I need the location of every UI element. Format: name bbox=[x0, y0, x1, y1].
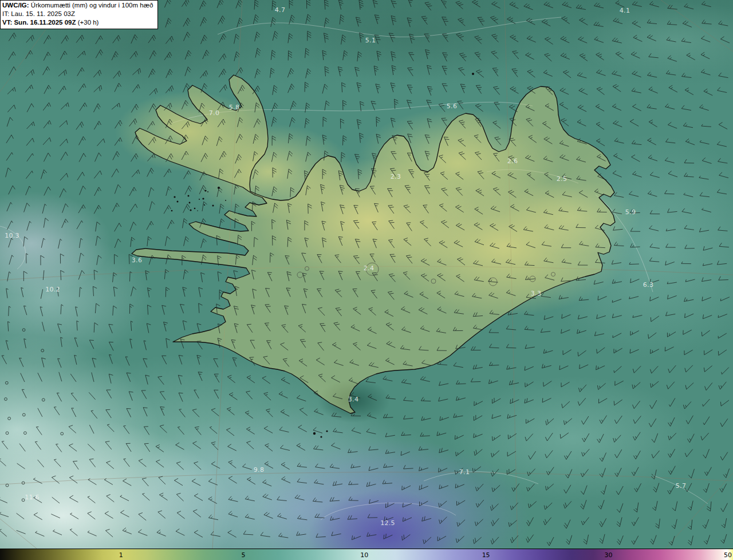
weather-map-figure: 4.74.15.15.87.05.62.62.52.35.910.33.62.4… bbox=[0, 0, 733, 560]
colorbar-tick-label: 1 bbox=[119, 551, 123, 558]
colorbar-tick-label: 50 bbox=[724, 551, 732, 558]
model-id-label: UWC/IG: bbox=[2, 2, 29, 9]
colorbar-tick-label: 15 bbox=[482, 551, 490, 558]
title-box: UWC/IG: Úrkomumætti (mm) og vindur i 100… bbox=[0, 0, 158, 29]
valid-time-label: VT: Sun. 16.11.2025 09Z bbox=[2, 19, 76, 26]
colorbar: 1510153050 bbox=[0, 549, 733, 560]
valid-time-line: VT: Sun. 16.11.2025 09Z (+30 h) bbox=[2, 18, 153, 27]
colorbar-tick-label: 10 bbox=[360, 551, 368, 558]
forecast-offset-label: (+30 h) bbox=[76, 19, 99, 26]
colorbar-tick-label: 30 bbox=[604, 551, 612, 558]
colorbar-tick-label: 5 bbox=[241, 551, 245, 558]
product-title-line: UWC/IG: Úrkomumætti (mm) og vindur i 100… bbox=[2, 1, 153, 10]
product-title: Úrkomumætti (mm) og vindur i 100m hæð bbox=[29, 2, 153, 9]
init-time-label: IT: Lau. 15. 11. 2025 03Z bbox=[2, 10, 153, 18]
precipitation-field bbox=[0, 0, 733, 549]
